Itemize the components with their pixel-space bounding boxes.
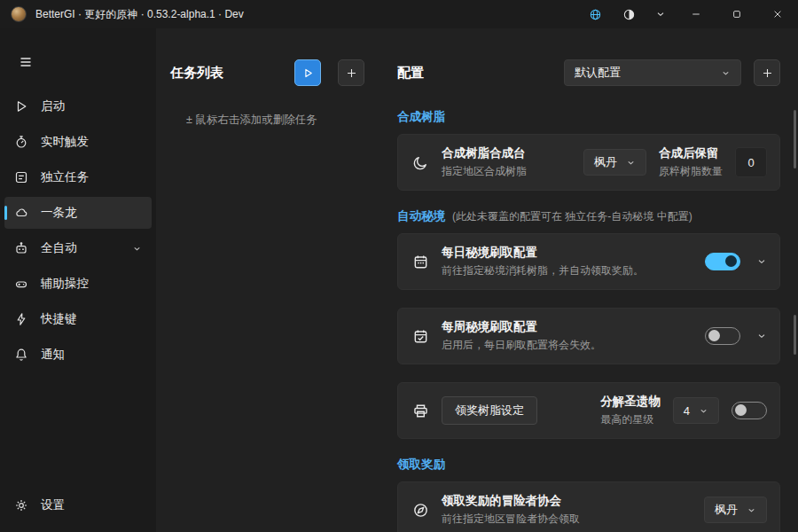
- task-list-panel: 任务列表 ± 鼠标右击添加或删除任务: [156, 28, 383, 532]
- reward-resin-settings-button[interactable]: 领奖树脂设定: [442, 396, 537, 425]
- plus-icon: [346, 67, 357, 79]
- chevron-down-icon: [132, 244, 142, 254]
- minimize-icon: [691, 9, 701, 20]
- titlebar-expand-button[interactable]: [645, 0, 676, 28]
- resin-craft-title: 合成树脂合成台: [442, 145, 571, 161]
- resin-keep-input[interactable]: 0: [735, 147, 767, 177]
- config-profile-dropdown[interactable]: 默认配置: [564, 59, 741, 86]
- reward-guild-card: 领取奖励的冒险者协会 前往指定地区冒险者协会领取 枫丹: [397, 481, 780, 532]
- globe-icon: [589, 8, 602, 21]
- task-list-empty-hint: ± 鼠标右击添加或删除任务: [186, 113, 364, 128]
- chevron-down-icon[interactable]: [756, 331, 767, 341]
- calendar-day-icon: [412, 254, 429, 270]
- reward-region-value: 枫丹: [715, 502, 738, 518]
- task-list-title: 任务列表: [170, 65, 294, 82]
- section-header-resin: 合成树脂: [397, 109, 780, 125]
- sidebar-item-label: 实时触发: [41, 134, 142, 150]
- add-config-button[interactable]: [754, 59, 780, 86]
- plus-icon: [762, 67, 773, 79]
- daily-domain-card: 每日秘境刷取配置 前往指定秘境消耗树脂，并自动领取奖励。: [397, 233, 780, 290]
- gear-icon: [14, 498, 28, 512]
- calendar-week-icon: [412, 328, 429, 345]
- sidebar-item-label: 快捷键: [41, 311, 142, 327]
- dragon-cloud-icon: [14, 206, 28, 220]
- maximize-icon: [732, 9, 742, 20]
- section-header-domain: 自动秘境 (此处未覆盖的配置可在 独立任务-自动秘境 中配置): [397, 208, 780, 224]
- chevron-down-icon: [721, 68, 731, 78]
- chevron-down-icon: [699, 406, 708, 416]
- artifact-salvage-subtitle: 最高的星级: [600, 412, 661, 427]
- weekly-domain-toggle[interactable]: [705, 327, 740, 345]
- section-header-reward: 领取奖励: [397, 457, 780, 473]
- sidebar-item-label: 设置: [41, 497, 142, 513]
- crescent-icon: [412, 154, 429, 171]
- stopwatch-icon: [14, 135, 28, 149]
- hamburger-menu-button[interactable]: [9, 48, 43, 76]
- resin-keep-title: 合成后保留: [659, 145, 723, 161]
- section-header-text: 自动秘境: [397, 208, 445, 224]
- titlebar-right: [578, 0, 798, 28]
- chevron-down-icon: [747, 505, 756, 515]
- chevron-down-icon: [626, 158, 636, 168]
- language-globe-button[interactable]: [578, 0, 612, 28]
- artifact-salvage-card: 领奖树脂设定 分解圣遗物 最高的星级 4: [397, 382, 780, 439]
- artifact-salvage-title: 分解圣遗物: [600, 394, 661, 410]
- sidebar-item-settings[interactable]: 设置: [4, 489, 152, 521]
- maximize-button[interactable]: [716, 0, 757, 28]
- chevron-down-icon[interactable]: [756, 256, 767, 267]
- sidebar-item-notifications[interactable]: 通知: [4, 339, 152, 371]
- scrollbar-thumb[interactable]: [794, 110, 796, 168]
- titlebar-left: BetterGI · 更好的原神 · 0.53.2-alpha.1 · Dev: [0, 6, 244, 22]
- add-task-button[interactable]: [338, 59, 364, 86]
- resin-craft-subtitle: 指定地区合成树脂: [442, 164, 571, 179]
- sidebar-item-label: 通知: [41, 347, 142, 363]
- sidebar-item-label: 独立任务: [41, 169, 142, 185]
- sidebar-item-launch[interactable]: 启动: [4, 90, 152, 122]
- scrollbar-thumb[interactable]: [794, 315, 796, 355]
- sidebar-item-realtime-trigger[interactable]: 实时触发: [4, 126, 152, 158]
- sidebar-item-assist-control[interactable]: 辅助操控: [4, 268, 152, 300]
- reward-guild-title: 领取奖励的冒险者协会: [442, 493, 692, 509]
- weekly-domain-title: 每周秘境刷取配置: [442, 319, 692, 335]
- sidebar-item-one-dragon[interactable]: 一条龙: [4, 197, 152, 229]
- sidebar-item-label: 全自动: [41, 240, 120, 256]
- hamburger-icon: [19, 55, 33, 69]
- minimize-button[interactable]: [676, 0, 716, 28]
- bell-icon: [14, 348, 28, 362]
- play-icon: [302, 67, 314, 79]
- resin-region-value: 枫丹: [594, 154, 617, 170]
- theme-contrast-button[interactable]: [612, 0, 645, 28]
- config-panel: 配置 默认配置 合成树脂: [383, 28, 798, 532]
- assist-control-icon: [14, 277, 28, 291]
- sidebar-item-full-auto[interactable]: 全自动: [4, 232, 152, 264]
- run-tasks-button[interactable]: [294, 59, 321, 86]
- close-icon: [772, 9, 783, 20]
- sidebar: 启动 实时触发 独立任务 一条龙: [0, 28, 156, 532]
- app-logo: [11, 6, 27, 22]
- resin-region-dropdown[interactable]: 枫丹: [583, 149, 646, 176]
- artifact-star-dropdown[interactable]: 4: [673, 397, 719, 424]
- sidebar-item-label: 一条龙: [41, 205, 142, 221]
- contrast-icon: [622, 8, 636, 21]
- app-window: BetterGI · 更好的原神 · 0.53.2-alpha.1 · Dev: [0, 0, 798, 532]
- weekly-domain-card: 每周秘境刷取配置 启用后，每日刷取配置将会失效。: [397, 308, 780, 364]
- sidebar-item-hotkeys[interactable]: 快捷键: [4, 303, 152, 335]
- main-content: 任务列表 ± 鼠标右击添加或删除任务: [156, 28, 798, 532]
- config-title: 配置: [397, 65, 552, 82]
- reward-region-dropdown[interactable]: 枫丹: [704, 497, 767, 523]
- window-title: BetterGI · 更好的原神 · 0.53.2-alpha.1 · Dev: [35, 7, 244, 22]
- task-list-icon: [14, 170, 28, 184]
- daily-domain-toggle[interactable]: [705, 253, 740, 270]
- play-icon: [14, 99, 28, 113]
- daily-domain-title: 每日秘境刷取配置: [442, 245, 692, 261]
- section-header-text: 合成树脂: [397, 109, 445, 125]
- sidebar-item-independent-tasks[interactable]: 独立任务: [4, 161, 152, 193]
- config-profile-value: 默认配置: [575, 65, 621, 81]
- sidebar-item-label: 辅助操控: [41, 276, 142, 292]
- scrollbar[interactable]: [794, 28, 796, 532]
- artifact-salvage-toggle[interactable]: [732, 402, 767, 419]
- artifact-star-value: 4: [684, 404, 690, 418]
- close-button[interactable]: [757, 0, 798, 28]
- weekly-domain-subtitle: 启用后，每日刷取配置将会失效。: [442, 338, 692, 353]
- titlebar: BetterGI · 更好的原神 · 0.53.2-alpha.1 · Dev: [0, 0, 798, 28]
